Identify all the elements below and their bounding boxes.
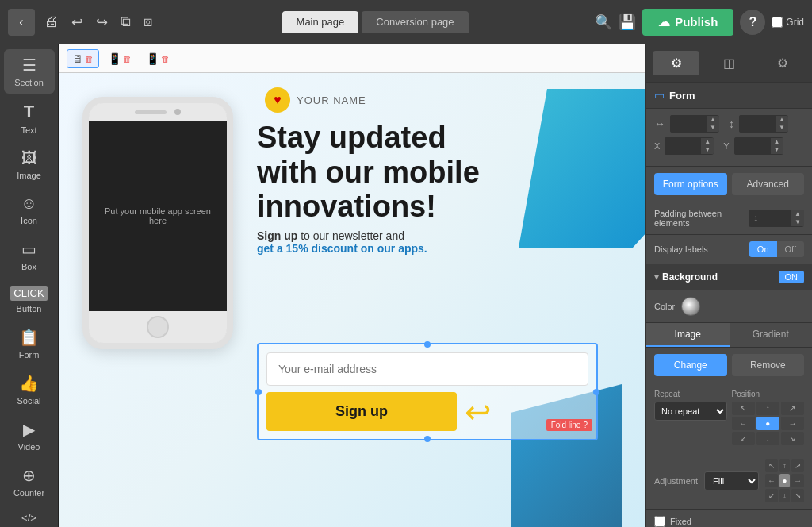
print-button[interactable]: 🖨	[41, 10, 62, 33]
sidebar-item-custom[interactable]: </> Custom	[4, 506, 55, 527]
pos-bc[interactable]: ↓	[756, 432, 779, 445]
pos-tl[interactable]: ↖	[732, 402, 755, 415]
advanced-button[interactable]: Advanced	[732, 173, 805, 195]
sidebar-item-form[interactable]: 📋 Form	[4, 321, 55, 366]
resize-handle-top[interactable]	[424, 341, 431, 348]
width-down-arrow[interactable]: ▼	[707, 124, 719, 132]
adj-mr[interactable]: →	[791, 474, 804, 487]
image-icon: 🖼	[21, 149, 37, 167]
adjustment-select[interactable]: Fill Fit Stretch Tile	[704, 471, 759, 490]
phone-outer: Put your mobile app screen here	[82, 97, 233, 349]
height-down-arrow[interactable]: ▼	[776, 124, 788, 132]
toggle-on-button[interactable]: On	[749, 241, 777, 257]
adj-ml[interactable]: ←	[765, 474, 778, 487]
height-input[interactable]: 600	[739, 115, 776, 133]
bg-tab-image[interactable]: Image	[646, 323, 730, 347]
tablet-device-btn[interactable]: 📱 🗑	[102, 49, 137, 68]
publish-button[interactable]: ☁ Publish	[642, 9, 733, 36]
email-input[interactable]	[266, 352, 588, 386]
resize-handle-right[interactable]	[593, 389, 599, 395]
pos-mr[interactable]: →	[781, 417, 804, 430]
bg-on-toggle[interactable]: ON	[779, 271, 805, 283]
fixed-checkbox[interactable]	[654, 516, 665, 527]
panel-tab-gear[interactable]: ⚙	[759, 51, 806, 75]
pos-tr[interactable]: ↗	[781, 402, 804, 415]
y-down-arrow[interactable]: ▼	[771, 146, 783, 154]
resize-handle-bottom[interactable]	[424, 436, 431, 442]
pos-ml[interactable]: ←	[732, 417, 755, 430]
sidebar-item-section[interactable]: ☰ Section	[4, 49, 55, 94]
background-section: ▾ Background ON Color Image Gradient Cha…	[646, 264, 812, 527]
delete-tablet-icon[interactable]: 🗑	[123, 54, 132, 63]
delete-mobile-icon[interactable]: 🗑	[161, 54, 170, 63]
sidebar-item-text[interactable]: T Text	[4, 95, 55, 141]
adj-bl[interactable]: ↙	[765, 489, 778, 502]
color-label: Color	[654, 302, 675, 311]
height-input-group: 600 ▲ ▼	[739, 115, 788, 133]
paste-button[interactable]: ⧇	[140, 10, 155, 33]
copy-button[interactable]: ⧉	[117, 10, 134, 33]
left-sidebar: ☰ Section T Text 🖼 Image ☺ Icon ▭ Box CL…	[0, 44, 59, 527]
discount-text: get a 15% discount on our apps.	[257, 242, 427, 255]
width-up-arrow[interactable]: ▲	[707, 116, 719, 124]
tab-conversion-page[interactable]: Conversion page	[362, 11, 468, 33]
adj-tr[interactable]: ↗	[791, 459, 804, 472]
remove-button[interactable]: Remove	[732, 354, 805, 376]
desktop-device-btn[interactable]: 🖥 🗑	[67, 49, 99, 68]
page-content: ♥ YOUR NAME Put your mobile app screen h…	[59, 73, 645, 527]
adj-tl[interactable]: ↖	[765, 459, 778, 472]
sidebar-item-counter[interactable]: ⊕ Counter	[4, 460, 55, 504]
form-options-button[interactable]: Form options	[654, 173, 727, 195]
width-input[interactable]: 320	[670, 115, 707, 133]
padding-up-arrow[interactable]: ▲	[791, 210, 804, 218]
delete-desktop-icon[interactable]: 🗑	[85, 54, 94, 63]
grid-checkbox[interactable]	[772, 17, 783, 28]
option-buttons: Form options Advanced	[646, 167, 812, 202]
pos-mc[interactable]: ●	[756, 417, 779, 430]
sidebar-item-video[interactable]: ▶ Video	[4, 414, 55, 458]
change-button[interactable]: Change	[654, 354, 727, 376]
adj-tc[interactable]: ↑	[779, 459, 790, 472]
x-down-arrow[interactable]: ▼	[701, 146, 714, 154]
y-input-group: 50 ▲ ▼	[734, 137, 783, 155]
toggle-off-button[interactable]: Off	[777, 241, 804, 257]
pos-br[interactable]: ↘	[781, 432, 804, 445]
back-button[interactable]: ‹	[8, 9, 35, 36]
sidebar-item-icon[interactable]: ☺ Icon	[4, 188, 55, 232]
layers-icon: ◫	[723, 56, 735, 71]
color-swatch[interactable]	[681, 297, 700, 316]
sliders-icon: ⚙	[671, 56, 682, 71]
adj-br[interactable]: ↘	[791, 489, 804, 502]
pos-tc[interactable]: ↑	[756, 402, 779, 415]
undo-button[interactable]: ↩	[68, 10, 86, 34]
tab-main-page[interactable]: Main page	[282, 11, 359, 33]
bg-header[interactable]: ▾ Background ON	[646, 264, 812, 290]
sidebar-item-box[interactable]: ▭ Box	[4, 233, 55, 278]
form-area: Sign up ↩ Fold line ?	[257, 343, 598, 440]
y-input[interactable]: 50	[734, 137, 771, 155]
y-up-arrow[interactable]: ▲	[771, 138, 783, 146]
pos-bl[interactable]: ↙	[732, 432, 755, 445]
sidebar-item-social[interactable]: 👍 Social	[4, 367, 55, 412]
x-up-arrow[interactable]: ▲	[701, 138, 714, 146]
padding-input[interactable]: 15	[763, 210, 791, 227]
bg-tab-gradient[interactable]: Gradient	[730, 323, 813, 347]
x-input[interactable]: 0	[665, 137, 701, 155]
panel-tab-sliders[interactable]: ⚙	[653, 51, 699, 75]
mobile-device-btn[interactable]: 📱 🗑	[140, 49, 175, 68]
resize-handle-left[interactable]	[255, 389, 262, 395]
panel-tab-layers[interactable]: ◫	[706, 51, 753, 75]
padding-down-arrow[interactable]: ▼	[791, 218, 804, 226]
sidebar-item-button[interactable]: CLICK Button	[4, 279, 55, 320]
search-button[interactable]: 🔍	[595, 13, 612, 31]
redo-button[interactable]: ↪	[93, 10, 111, 34]
save-button[interactable]: 💾	[619, 13, 636, 31]
xy-row: X 0 ▲ ▼ Y 50 ▲ ▼	[654, 137, 804, 155]
help-button[interactable]: ?	[740, 10, 765, 35]
signup-button[interactable]: Sign up	[266, 392, 457, 431]
adj-bc[interactable]: ↓	[779, 489, 790, 502]
adj-mc[interactable]: ●	[779, 474, 790, 487]
repeat-select[interactable]: No repeat Repeat Repeat X Repeat Y	[654, 402, 727, 421]
sidebar-item-image[interactable]: 🖼 Image	[4, 143, 55, 187]
height-up-arrow[interactable]: ▲	[776, 116, 788, 124]
